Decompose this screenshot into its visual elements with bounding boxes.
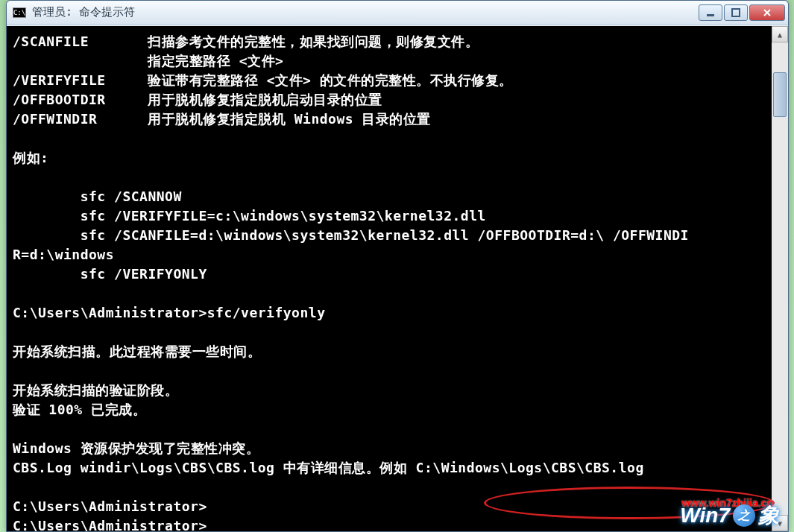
titlebar[interactable]: C:\ 管理员: 命令提示符 [7, 1, 788, 25]
scroll-thumb[interactable] [773, 72, 787, 117]
vertical-scrollbar[interactable]: ▲ ▼ [772, 26, 788, 531]
logo-text-right: 象 [758, 501, 779, 530]
terminal-area: /SCANFILE 扫描参考文件的完整性，如果找到问题，则修复文件。 指定完整路… [7, 25, 788, 531]
svg-rect-1 [732, 9, 740, 16]
close-button[interactable] [749, 4, 785, 21]
logo-text-left: Win7 [680, 504, 730, 528]
maximize-button[interactable] [724, 4, 748, 21]
window-controls [699, 4, 785, 21]
svg-rect-0 [707, 14, 714, 16]
cmd-icon: C:\ [13, 7, 26, 18]
scroll-track[interactable] [772, 42, 788, 515]
watermark-logo: Win7 之 象 [680, 501, 779, 530]
terminal-output[interactable]: /SCANFILE 扫描参考文件的完整性，如果找到问题，则修复文件。 指定完整路… [7, 26, 772, 531]
scroll-up-arrow-icon[interactable]: ▲ [772, 26, 788, 42]
command-prompt-window: C:\ 管理员: 命令提示符 /SCANFILE 扫描参考文件的完整性，如果找到… [6, 0, 789, 532]
minimize-button[interactable] [699, 4, 722, 21]
logo-globe-icon: 之 [733, 504, 755, 527]
window-title: 管理员: 命令提示符 [32, 5, 699, 19]
